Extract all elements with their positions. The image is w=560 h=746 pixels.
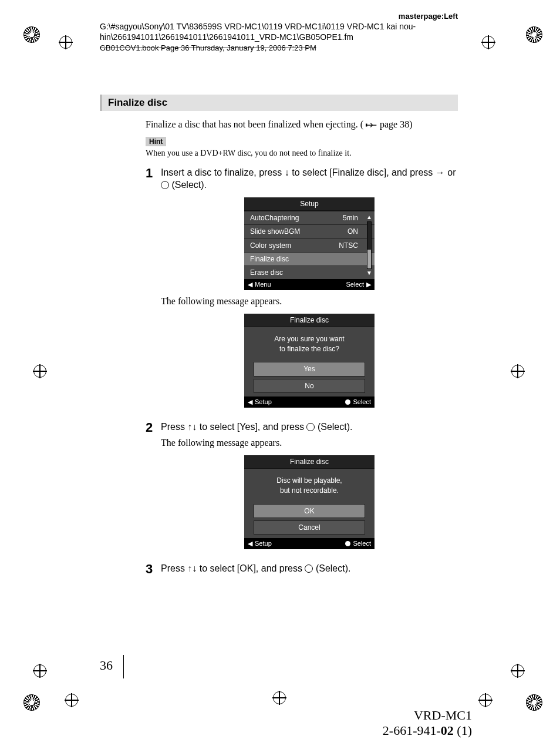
step1-a: Insert a disc to finalize, press <box>161 167 285 177</box>
page-ref-icon <box>366 122 377 128</box>
footer: VRD-MC1 2-661-941-02 (1) <box>383 708 472 738</box>
osd-setup-screen: Setup AutoChaptering5min Slide showBGMON… <box>244 197 375 290</box>
footer-model: VRD-MC1 <box>383 708 472 723</box>
osd-message-line: Disc will be playable, <box>276 476 342 485</box>
osd-title: Setup <box>244 197 375 211</box>
osd-rows: AutoChaptering5min Slide showBGMON Color… <box>244 211 375 279</box>
step-number: 2 <box>146 421 161 554</box>
osd-title: Finalize disc <box>244 455 375 469</box>
crop-mark <box>33 364 47 378</box>
updown-arrow-icon: ↑↓ <box>187 422 197 432</box>
page-number: 36 <box>100 658 113 673</box>
select-dot-icon <box>345 541 350 546</box>
step3-c: (Select). <box>316 563 351 573</box>
intro-text: Finalize a disc that has not been finali… <box>146 118 458 131</box>
path-line2: hin\2661941011\2661941011\2661941011_VRD… <box>100 32 353 42</box>
osd-row-label: Finalize disc <box>250 254 289 264</box>
step-3: 3 Press ↑↓ to select [OK], and press (Se… <box>146 562 458 576</box>
page-number-rule <box>123 655 124 678</box>
partno-a: 2-661-941- <box>383 723 441 738</box>
updown-arrow-icon: ↑↓ <box>187 563 197 573</box>
crop-mark <box>59 35 73 49</box>
osd-footer: ◀ Setup Select <box>244 538 375 549</box>
page-content: masterpage:Left G:\#sagyou\Sony\01 TV\83… <box>100 12 458 576</box>
osd-title: Finalize disc <box>244 314 375 327</box>
crop-mark <box>511 664 525 678</box>
crop-mark <box>65 693 79 707</box>
page-ref-text: page 38) <box>380 119 413 129</box>
step-number: 3 <box>146 562 161 576</box>
hint-text: When you use a DVD+RW disc, you do not n… <box>146 149 458 158</box>
right-arrow-icon: ▶ <box>366 280 371 289</box>
down-arrow-icon: ↓ <box>285 167 289 177</box>
footer-partno: 2-661-941-02 (1) <box>383 723 472 738</box>
crop-mark <box>272 691 286 705</box>
osd-scrollbar: ▲ ▼ <box>366 213 372 277</box>
step-1: 1 Insert a disc to finalize, press ↓ to … <box>146 166 458 412</box>
section-body: Finalize a disc that has not been finali… <box>146 118 458 577</box>
osd-footer-right: Select <box>346 280 364 289</box>
step1-d: (Select). <box>171 180 207 190</box>
step-number: 1 <box>146 166 161 412</box>
partno-b: 02 <box>441 723 454 738</box>
step-body: Press ↑↓ to select [OK], and press (Sele… <box>161 562 458 576</box>
path-line1: G:\#sagyou\Sony\01 TV\836599S VRD-MC1\01… <box>100 22 416 31</box>
register-mark <box>526 26 542 43</box>
register-mark <box>23 26 40 43</box>
left-arrow-icon: ◀ <box>248 539 252 548</box>
scroll-thumb <box>367 250 371 268</box>
crop-mark <box>481 35 495 49</box>
osd-row-label: Slide showBGM <box>250 227 300 236</box>
osd-message-line: to finalize the disc? <box>279 345 339 353</box>
step1-c: or <box>447 167 456 177</box>
osd-row-value: ON <box>348 227 358 236</box>
osd-buttons: OK Cancel <box>244 504 375 538</box>
osd-button-no: No <box>254 379 365 393</box>
osd-button-yes: Yes <box>254 362 365 376</box>
step2-a: Press <box>161 422 187 432</box>
osd-footer: ◀ Menu Select ▶ <box>244 279 375 290</box>
step1-followup: The following message appears. <box>161 295 458 308</box>
osd-row: Slide showBGMON <box>244 224 375 238</box>
osd-footer: ◀ Setup Select <box>244 396 375 408</box>
register-mark <box>526 694 542 711</box>
right-arrow-icon: → <box>436 167 445 177</box>
osd-row: Erase disc <box>244 266 375 279</box>
scroll-up-arrow-icon: ▲ <box>366 213 372 221</box>
crop-mark <box>33 664 47 678</box>
osd-confirm2-screen: Finalize disc Disc will be playable, but… <box>244 455 375 549</box>
crop-mark <box>478 693 492 707</box>
select-circle-icon <box>161 181 169 189</box>
osd-message: Are you sure you want to finalize the di… <box>244 327 375 362</box>
overprint-line: GB01COV1.book Page 36 Thursday, January … <box>100 43 316 53</box>
step-2: 2 Press ↑↓ to select [Yes], and press (S… <box>146 421 458 554</box>
hint-label: Hint <box>146 137 166 146</box>
osd-button-ok: OK <box>254 504 365 518</box>
step2-c: (Select). <box>318 422 353 432</box>
select-circle-icon <box>305 564 313 573</box>
osd-message-line: Are you sure you want <box>274 335 344 343</box>
step2-b: to select [Yes], and press <box>200 422 307 432</box>
osd-footer-right: Select <box>353 539 371 548</box>
select-circle-icon <box>306 423 315 431</box>
osd-row-label: Erase disc <box>250 268 283 277</box>
osd-footer-left: Menu <box>255 280 271 289</box>
osd-button-cancel: Cancel <box>254 520 365 535</box>
register-mark <box>23 694 40 711</box>
section-heading: Finalize disc <box>100 95 458 111</box>
step1-b: to select [Finalize disc], and press <box>292 167 436 177</box>
osd-message: Disc will be playable, but not recordabl… <box>244 469 375 504</box>
osd-footer-left: Setup <box>255 398 272 406</box>
scroll-down-arrow-icon: ▼ <box>366 269 372 277</box>
osd-row-label: Color system <box>250 241 291 250</box>
step2-followup: The following message appears. <box>161 436 458 449</box>
osd-row-label: AutoChaptering <box>250 213 299 223</box>
crop-mark <box>511 364 525 378</box>
osd-row: AutoChaptering5min <box>244 211 375 224</box>
osd-row-value: NTSC <box>339 241 358 250</box>
osd-row-value: 5min <box>343 213 358 223</box>
osd-buttons: Yes No <box>244 362 375 396</box>
osd-confirm-screen: Finalize disc Are you sure you want to f… <box>244 314 375 408</box>
osd-footer-left: Setup <box>255 539 272 548</box>
osd-row-selected: Finalize disc <box>244 252 375 266</box>
